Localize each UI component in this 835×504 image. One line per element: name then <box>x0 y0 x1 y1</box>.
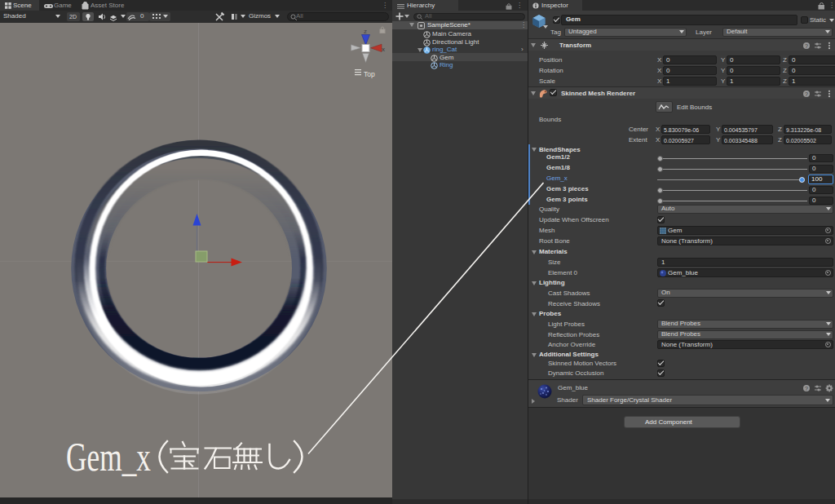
svg-text:?: ? <box>805 386 808 391</box>
svg-text:?: ? <box>805 43 808 49</box>
svg-text:?: ? <box>805 91 808 97</box>
svg-text:x: x <box>382 46 385 53</box>
svg-text:z: z <box>364 28 367 35</box>
svg-text:Top: Top <box>364 70 375 78</box>
